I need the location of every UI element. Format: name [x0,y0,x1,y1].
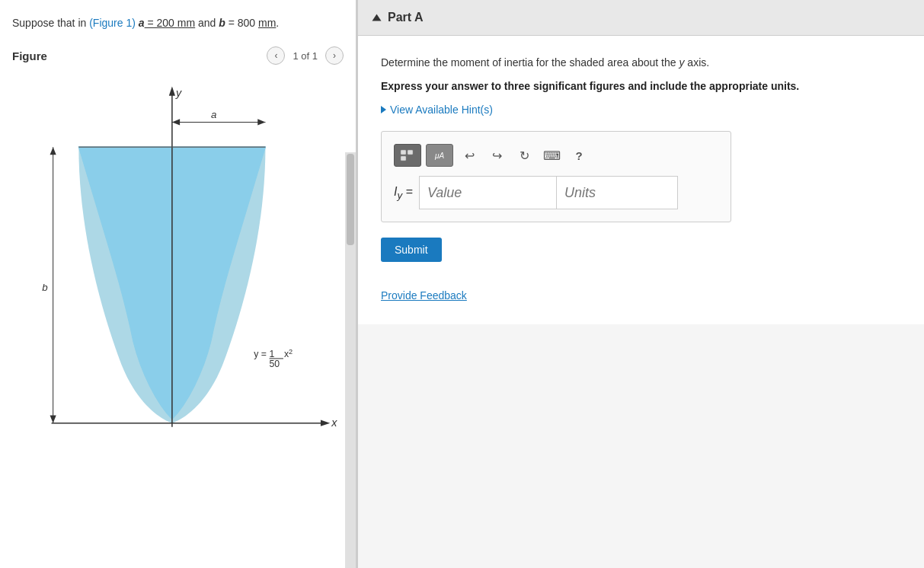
part-content: Determine the moment of inertia for the … [358,36,924,324]
problem-statement: Suppose that in (Figure 1) a = 200 mm an… [12,15,344,31]
svg-text:y =: y = [254,349,267,359]
svg-rect-24 [401,156,406,161]
hint-label: View Available Hint(s) [390,104,493,116]
figure-label: Figure [12,49,259,62]
figure-header: Figure ‹ 1 of 1 › [12,46,344,65]
fraction-button[interactable] [394,144,421,167]
right-panel: Part A Determine the moment of inertia f… [358,0,924,568]
left-panel: Suppose that in (Figure 1) a = 200 mm an… [0,0,358,568]
svg-text:50: 50 [270,359,280,369]
svg-rect-22 [401,150,406,155]
question-bold: Express your answer to three significant… [381,78,901,94]
scrollbar[interactable] [345,152,356,568]
feedback-link[interactable]: Provide Feedback [381,289,467,302]
var-a: a [139,17,145,29]
svg-rect-23 [408,150,413,155]
svg-text:y: y [175,87,182,99]
svg-text:x: x [331,416,337,429]
hint-arrow-icon [381,106,386,113]
help-button[interactable]: ? [568,144,590,167]
svg-text:b: b [42,282,47,293]
answer-row: Iy = [394,176,718,209]
scroll-thumb[interactable] [347,154,354,245]
nav-next-button[interactable]: › [325,46,344,65]
keyboard-button[interactable]: ⌨ [540,144,563,167]
nav-label: 1 of 1 [293,50,318,62]
question-text: Determine the moment of inertia for the … [381,54,901,71]
part-header: Part A [358,0,924,36]
value-input[interactable] [419,176,556,209]
figure-canvas: y x a b y = 1 50 x [12,69,340,435]
submit-button[interactable]: Submit [381,238,442,262]
svg-text:1: 1 [270,349,275,359]
toolbar: μA ↩ ↪ ↻ ⌨ ? [394,144,718,167]
mu-a-button[interactable]: μA [426,144,453,167]
svg-text:2: 2 [289,348,293,356]
refresh-button[interactable]: ↻ [513,144,536,167]
part-toggle[interactable] [372,14,382,21]
hint-link[interactable]: View Available Hint(s) [381,104,901,116]
units-input[interactable] [556,176,678,209]
redo-button[interactable]: ↪ [485,144,508,167]
part-title: Part A [388,11,424,24]
undo-button[interactable]: ↩ [458,144,481,167]
answer-label: Iy = [394,185,413,201]
answer-box: μA ↩ ↪ ↻ ⌨ ? Iy = [381,131,731,222]
svg-text:a: a [211,109,216,120]
nav-prev-button[interactable]: ‹ [267,46,285,65]
val-a: = 200 mm [145,17,196,29]
figure-link[interactable]: (Figure 1) [89,17,136,29]
var-b: b [219,17,225,29]
mu-a-label: μA [435,152,444,160]
problem-text-prefix: Suppose that in [12,17,89,29]
